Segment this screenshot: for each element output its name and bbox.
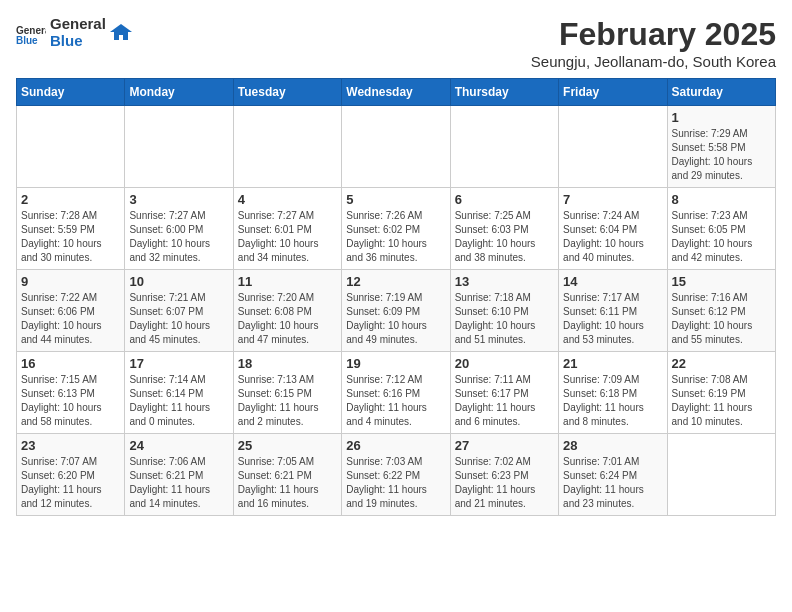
day-info: Sunrise: 7:26 AM Sunset: 6:02 PM Dayligh… <box>346 209 445 265</box>
day-info: Sunrise: 7:28 AM Sunset: 5:59 PM Dayligh… <box>21 209 120 265</box>
day-info: Sunrise: 7:18 AM Sunset: 6:10 PM Dayligh… <box>455 291 554 347</box>
calendar-cell: 6Sunrise: 7:25 AM Sunset: 6:03 PM Daylig… <box>450 188 558 270</box>
day-number: 21 <box>563 356 662 371</box>
day-number: 6 <box>455 192 554 207</box>
calendar-week-3: 9Sunrise: 7:22 AM Sunset: 6:06 PM Daylig… <box>17 270 776 352</box>
calendar-week-1: 1Sunrise: 7:29 AM Sunset: 5:58 PM Daylig… <box>17 106 776 188</box>
calendar-week-5: 23Sunrise: 7:07 AM Sunset: 6:20 PM Dayli… <box>17 434 776 516</box>
day-info: Sunrise: 7:17 AM Sunset: 6:11 PM Dayligh… <box>563 291 662 347</box>
day-number: 28 <box>563 438 662 453</box>
day-info: Sunrise: 7:09 AM Sunset: 6:18 PM Dayligh… <box>563 373 662 429</box>
main-title: February 2025 <box>531 16 776 53</box>
logo-blue-text: Blue <box>50 33 106 50</box>
calendar-cell <box>233 106 341 188</box>
calendar-cell: 9Sunrise: 7:22 AM Sunset: 6:06 PM Daylig… <box>17 270 125 352</box>
calendar-cell: 21Sunrise: 7:09 AM Sunset: 6:18 PM Dayli… <box>559 352 667 434</box>
calendar-cell <box>450 106 558 188</box>
calendar-cell: 2Sunrise: 7:28 AM Sunset: 5:59 PM Daylig… <box>17 188 125 270</box>
day-info: Sunrise: 7:16 AM Sunset: 6:12 PM Dayligh… <box>672 291 771 347</box>
day-number: 26 <box>346 438 445 453</box>
calendar-cell: 17Sunrise: 7:14 AM Sunset: 6:14 PM Dayli… <box>125 352 233 434</box>
day-info: Sunrise: 7:13 AM Sunset: 6:15 PM Dayligh… <box>238 373 337 429</box>
day-info: Sunrise: 7:05 AM Sunset: 6:21 PM Dayligh… <box>238 455 337 511</box>
day-info: Sunrise: 7:11 AM Sunset: 6:17 PM Dayligh… <box>455 373 554 429</box>
day-number: 7 <box>563 192 662 207</box>
day-info: Sunrise: 7:07 AM Sunset: 6:20 PM Dayligh… <box>21 455 120 511</box>
day-number: 15 <box>672 274 771 289</box>
weekday-header-friday: Friday <box>559 79 667 106</box>
logo-general-text: General <box>50 16 106 33</box>
weekday-header-wednesday: Wednesday <box>342 79 450 106</box>
day-number: 25 <box>238 438 337 453</box>
day-info: Sunrise: 7:21 AM Sunset: 6:07 PM Dayligh… <box>129 291 228 347</box>
calendar-cell: 3Sunrise: 7:27 AM Sunset: 6:00 PM Daylig… <box>125 188 233 270</box>
calendar-cell: 18Sunrise: 7:13 AM Sunset: 6:15 PM Dayli… <box>233 352 341 434</box>
calendar-cell: 14Sunrise: 7:17 AM Sunset: 6:11 PM Dayli… <box>559 270 667 352</box>
day-number: 17 <box>129 356 228 371</box>
day-number: 1 <box>672 110 771 125</box>
calendar-cell: 15Sunrise: 7:16 AM Sunset: 6:12 PM Dayli… <box>667 270 775 352</box>
weekday-header-tuesday: Tuesday <box>233 79 341 106</box>
calendar-cell: 11Sunrise: 7:20 AM Sunset: 6:08 PM Dayli… <box>233 270 341 352</box>
day-number: 3 <box>129 192 228 207</box>
calendar-cell <box>559 106 667 188</box>
header: General Blue General Blue February 2025 … <box>16 16 776 70</box>
calendar-cell: 13Sunrise: 7:18 AM Sunset: 6:10 PM Dayli… <box>450 270 558 352</box>
day-number: 2 <box>21 192 120 207</box>
day-number: 23 <box>21 438 120 453</box>
calendar-cell: 26Sunrise: 7:03 AM Sunset: 6:22 PM Dayli… <box>342 434 450 516</box>
day-info: Sunrise: 7:01 AM Sunset: 6:24 PM Dayligh… <box>563 455 662 511</box>
day-info: Sunrise: 7:23 AM Sunset: 6:05 PM Dayligh… <box>672 209 771 265</box>
day-info: Sunrise: 7:27 AM Sunset: 6:01 PM Dayligh… <box>238 209 337 265</box>
weekday-header-saturday: Saturday <box>667 79 775 106</box>
calendar-cell: 27Sunrise: 7:02 AM Sunset: 6:23 PM Dayli… <box>450 434 558 516</box>
calendar-cell: 22Sunrise: 7:08 AM Sunset: 6:19 PM Dayli… <box>667 352 775 434</box>
day-info: Sunrise: 7:02 AM Sunset: 6:23 PM Dayligh… <box>455 455 554 511</box>
calendar-cell: 5Sunrise: 7:26 AM Sunset: 6:02 PM Daylig… <box>342 188 450 270</box>
day-info: Sunrise: 7:06 AM Sunset: 6:21 PM Dayligh… <box>129 455 228 511</box>
weekday-header-thursday: Thursday <box>450 79 558 106</box>
logo-icon: General Blue <box>16 22 46 44</box>
calendar-cell: 1Sunrise: 7:29 AM Sunset: 5:58 PM Daylig… <box>667 106 775 188</box>
day-number: 10 <box>129 274 228 289</box>
svg-marker-2 <box>110 24 132 40</box>
day-number: 9 <box>21 274 120 289</box>
calendar-cell: 20Sunrise: 7:11 AM Sunset: 6:17 PM Dayli… <box>450 352 558 434</box>
day-number: 12 <box>346 274 445 289</box>
calendar-cell <box>667 434 775 516</box>
day-number: 18 <box>238 356 337 371</box>
calendar-cell: 28Sunrise: 7:01 AM Sunset: 6:24 PM Dayli… <box>559 434 667 516</box>
calendar-cell: 8Sunrise: 7:23 AM Sunset: 6:05 PM Daylig… <box>667 188 775 270</box>
calendar-cell: 12Sunrise: 7:19 AM Sunset: 6:09 PM Dayli… <box>342 270 450 352</box>
day-info: Sunrise: 7:19 AM Sunset: 6:09 PM Dayligh… <box>346 291 445 347</box>
calendar-cell: 10Sunrise: 7:21 AM Sunset: 6:07 PM Dayli… <box>125 270 233 352</box>
day-info: Sunrise: 7:25 AM Sunset: 6:03 PM Dayligh… <box>455 209 554 265</box>
day-info: Sunrise: 7:15 AM Sunset: 6:13 PM Dayligh… <box>21 373 120 429</box>
day-number: 4 <box>238 192 337 207</box>
calendar-cell <box>342 106 450 188</box>
day-number: 8 <box>672 192 771 207</box>
day-info: Sunrise: 7:24 AM Sunset: 6:04 PM Dayligh… <box>563 209 662 265</box>
calendar-week-2: 2Sunrise: 7:28 AM Sunset: 5:59 PM Daylig… <box>17 188 776 270</box>
day-info: Sunrise: 7:08 AM Sunset: 6:19 PM Dayligh… <box>672 373 771 429</box>
calendar-cell: 24Sunrise: 7:06 AM Sunset: 6:21 PM Dayli… <box>125 434 233 516</box>
logo-bird-icon <box>110 22 132 44</box>
day-number: 13 <box>455 274 554 289</box>
day-number: 16 <box>21 356 120 371</box>
title-area: February 2025 Seungju, Jeollanam-do, Sou… <box>531 16 776 70</box>
day-number: 11 <box>238 274 337 289</box>
day-number: 20 <box>455 356 554 371</box>
day-info: Sunrise: 7:27 AM Sunset: 6:00 PM Dayligh… <box>129 209 228 265</box>
day-info: Sunrise: 7:29 AM Sunset: 5:58 PM Dayligh… <box>672 127 771 183</box>
calendar-week-4: 16Sunrise: 7:15 AM Sunset: 6:13 PM Dayli… <box>17 352 776 434</box>
calendar-cell <box>125 106 233 188</box>
day-info: Sunrise: 7:14 AM Sunset: 6:14 PM Dayligh… <box>129 373 228 429</box>
weekday-header-sunday: Sunday <box>17 79 125 106</box>
day-info: Sunrise: 7:22 AM Sunset: 6:06 PM Dayligh… <box>21 291 120 347</box>
day-number: 14 <box>563 274 662 289</box>
logo: General Blue General Blue <box>16 16 132 49</box>
day-number: 27 <box>455 438 554 453</box>
subtitle: Seungju, Jeollanam-do, South Korea <box>531 53 776 70</box>
calendar-table: SundayMondayTuesdayWednesdayThursdayFrid… <box>16 78 776 516</box>
day-number: 19 <box>346 356 445 371</box>
